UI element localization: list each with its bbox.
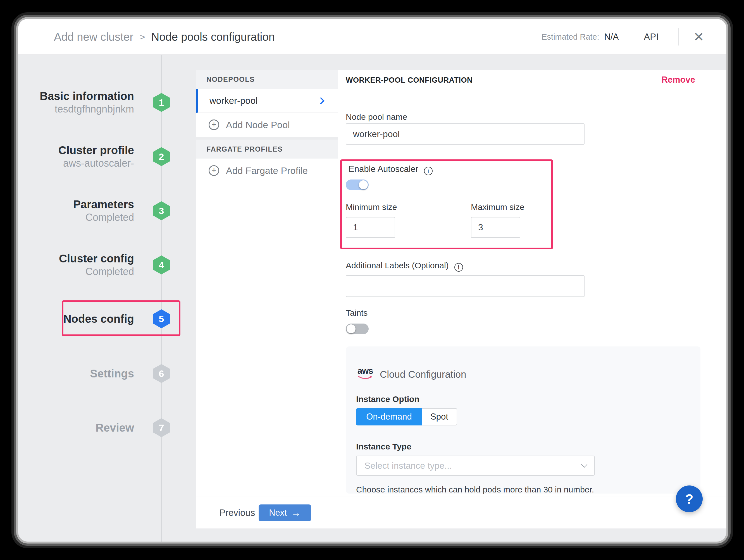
maximum-size-label: Maximum size: [471, 202, 524, 212]
wizard-footer: Previous Next →: [196, 496, 727, 528]
cloud-configuration-card: aws Cloud Configuration Instance Option …: [346, 347, 700, 493]
minimum-size-input[interactable]: [346, 217, 395, 238]
step-number-hexagon: 4: [153, 255, 170, 274]
estimated-rate-label: Estimated Rate:: [542, 32, 599, 42]
cloud-configuration-title: Cloud Configuration: [380, 369, 466, 380]
step-label: Cluster profile: [59, 144, 134, 157]
previous-button[interactable]: Previous: [219, 497, 255, 528]
toggle-knob: [346, 324, 356, 333]
node-pool-item-label: worker-pool: [210, 95, 258, 106]
instance-option-segmented-control: On-demand Spot: [356, 408, 457, 426]
node-pool-name-label: Node pool name: [346, 112, 407, 122]
page-title: Node pools configuration: [151, 31, 275, 43]
step-sublabel: Completed: [85, 265, 134, 278]
node-pool-name-input[interactable]: [346, 123, 585, 145]
pools-panel-background: [196, 183, 338, 496]
sidebar-step-cluster-profile[interactable]: Cluster profile aws-autoscaler- 2: [18, 141, 196, 172]
breadcrumb-separator: >: [140, 32, 145, 42]
sidebar-step-parameters[interactable]: Parameters Completed 3: [18, 195, 196, 226]
maximum-size-input[interactable]: [471, 217, 520, 238]
breadcrumb-parent[interactable]: Add new cluster: [54, 31, 134, 43]
title-divider: [346, 99, 717, 100]
chevron-right-icon: [317, 97, 324, 104]
info-icon[interactable]: i: [424, 167, 433, 175]
panel-title: WORKER-POOL CONFIGURATION: [346, 76, 473, 85]
instance-option-on-demand[interactable]: On-demand: [356, 408, 422, 426]
toggle-knob: [359, 181, 368, 189]
step-sublabel: tesdtgfhngnbjnkm: [55, 103, 134, 116]
add-fargate-profile-button[interactable]: + Add Fargate Profile: [196, 159, 338, 183]
arrow-right-icon: →: [291, 508, 301, 518]
sidebar-step-review[interactable]: Review 7: [18, 412, 196, 443]
fargate-profiles-section-header: FARGATE PROFILES: [196, 139, 338, 159]
node-pool-item-worker-pool[interactable]: worker-pool: [196, 89, 338, 113]
nodepools-section-header: NODEPOOLS: [196, 70, 338, 89]
minimum-size-label: Minimum size: [346, 202, 397, 212]
step-label: Parameters: [73, 198, 134, 211]
help-button[interactable]: ?: [676, 485, 703, 512]
plus-circle-icon: +: [209, 165, 219, 176]
sidebar-step-cluster-config[interactable]: Cluster config Completed 4: [18, 249, 196, 280]
instance-type-label: Instance Type: [356, 442, 411, 451]
enable-autoscaler-toggle[interactable]: [346, 179, 369, 190]
step-number-hexagon: 5: [153, 309, 170, 328]
node-pools-panel: NODEPOOLS worker-pool + Add Node Pool FA…: [196, 70, 338, 496]
breadcrumb: Add new cluster > Node pools configurati…: [54, 19, 275, 55]
estimated-rate-value: N/A: [604, 32, 619, 42]
next-button[interactable]: Next →: [259, 505, 311, 521]
header-actions: Estimated Rate: N/A API ✕: [542, 19, 704, 55]
step-number-hexagon: 6: [153, 364, 170, 383]
step-label: Basic information: [40, 89, 134, 103]
stepper-line: [161, 55, 162, 542]
step-number-hexagon: 2: [153, 147, 170, 166]
aws-logo-icon: aws: [358, 366, 373, 381]
chevron-down-icon: [581, 462, 588, 468]
step-label: Review: [96, 421, 134, 434]
worker-pool-configuration-panel: WORKER-POOL CONFIGURATION Remove Node po…: [338, 70, 727, 496]
step-sublabel: Completed: [85, 211, 134, 224]
taints-toggle[interactable]: [346, 324, 369, 334]
step-label: Cluster config: [59, 252, 134, 265]
instance-type-select[interactable]: Select instance type...: [356, 455, 595, 476]
header-divider: [678, 28, 679, 45]
info-icon[interactable]: i: [454, 263, 463, 272]
remove-button[interactable]: Remove: [661, 75, 695, 85]
step-number-hexagon: 7: [153, 418, 170, 437]
modal-header: Add new cluster > Node pools configurati…: [18, 19, 727, 55]
enable-autoscaler-label: Enable Autoscaleri: [348, 164, 433, 175]
taints-label: Taints: [346, 308, 368, 318]
instance-option-label: Instance Option: [356, 395, 419, 404]
sidebar-step-basic-information[interactable]: Basic information tesdtgfhngnbjnkm 1: [18, 87, 196, 118]
step-label: Nodes config: [63, 312, 134, 325]
sidebar-step-nodes-config[interactable]: Nodes config 5: [18, 304, 196, 334]
instance-option-spot[interactable]: Spot: [422, 408, 457, 426]
instance-type-placeholder: Select instance type...: [365, 461, 582, 471]
step-label: Settings: [90, 367, 134, 380]
step-number-hexagon: 1: [153, 93, 170, 112]
api-button[interactable]: API: [644, 32, 659, 42]
additional-labels-label: Additional Labels (Optional)i: [346, 261, 463, 272]
add-cluster-modal: Add new cluster > Node pools configurati…: [18, 19, 727, 542]
step-number-hexagon: 3: [153, 201, 170, 220]
step-sublabel: aws-autoscaler-: [63, 157, 134, 170]
additional-labels-input[interactable]: [346, 275, 585, 297]
plus-circle-icon: +: [209, 119, 219, 130]
sidebar-step-settings[interactable]: Settings 6: [18, 358, 196, 389]
add-node-pool-button[interactable]: + Add Node Pool: [196, 113, 338, 137]
instance-type-hint: Choose instances which can hold pods mor…: [356, 485, 594, 494]
close-icon[interactable]: ✕: [693, 31, 704, 43]
